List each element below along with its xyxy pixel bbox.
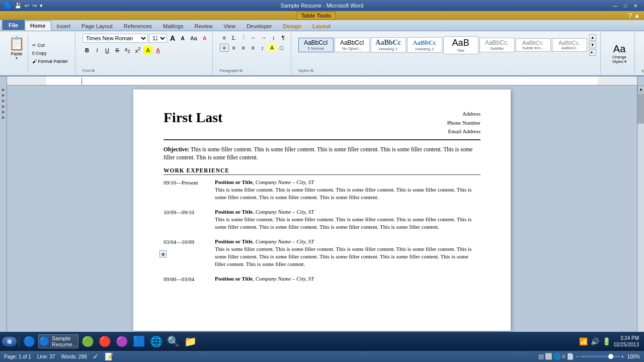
multilevel-button[interactable]: ⋮ (239, 33, 249, 42)
grow-font-button[interactable]: A (168, 33, 177, 43)
tab-design[interactable]: Design (277, 21, 307, 31)
outline-button[interactable]: ≡ (562, 353, 566, 360)
show-marks-button[interactable]: ¶ (279, 34, 288, 42)
taskbar-word-icon[interactable]: 🔵 (21, 334, 37, 348)
zoom-out-button[interactable]: − (576, 354, 579, 359)
customize-button[interactable]: ▾ (39, 2, 44, 10)
line-spacing-button[interactable]: ↕ (258, 44, 267, 52)
taskbar-files-icon[interactable]: 📁 (182, 334, 198, 348)
align-right-button[interactable]: ≡ (239, 44, 248, 52)
bold-button[interactable]: B (83, 46, 92, 54)
left-panel-icon-5[interactable]: ▶ (2, 110, 5, 114)
styles-dialog-launcher[interactable]: ⧉ (310, 68, 313, 73)
bullets-button[interactable]: ≡ (220, 34, 229, 42)
full-screen-button[interactable]: ⬜ (545, 353, 552, 360)
web-layout-button[interactable]: 🌐 (553, 353, 561, 360)
style-heading1[interactable]: AaBbCc Heading 1 (371, 37, 406, 53)
format-painter-button[interactable]: 🖌 Format Painter (30, 58, 70, 65)
save-button[interactable]: 💾 (14, 2, 23, 10)
copy-button[interactable]: ⎘ Copy (30, 50, 70, 57)
text-highlight-button[interactable]: A (143, 46, 152, 54)
scrollbar-track[interactable] (637, 93, 644, 344)
shading-button[interactable]: A (268, 44, 277, 52)
numbering-button[interactable]: 1. (229, 34, 238, 42)
taskbar-excel-icon[interactable]: 🟢 (79, 334, 96, 348)
table-move-handle[interactable]: ⊕ (159, 250, 167, 257)
scrollbar-thumb[interactable] (637, 94, 644, 124)
clock[interactable]: 3:24 PM 02/25/2013 (614, 335, 639, 348)
tray-network-icon[interactable]: 📶 (579, 337, 588, 345)
styles-up-button[interactable]: ▲ (589, 34, 596, 41)
tab-home[interactable]: Home (25, 21, 51, 31)
select-button[interactable]: ↖ Select ▾ (642, 50, 644, 58)
style-title[interactable]: AaB Title (443, 36, 478, 54)
decrease-indent-button[interactable]: ← (249, 34, 259, 42)
left-panel-icon-3[interactable]: ▶ (2, 99, 5, 103)
font-family-select[interactable]: Times New Roman (83, 34, 148, 43)
change-case-button[interactable]: Aa (188, 34, 199, 42)
increase-indent-button[interactable]: → (259, 34, 269, 42)
style-subtle-reference[interactable]: AaBbCc. AaBbCc. (552, 38, 587, 52)
clear-formatting-button[interactable]: A (200, 34, 209, 42)
tab-insert[interactable]: Insert (51, 21, 76, 31)
style-heading2[interactable]: AaBbCc Heading 2 (407, 37, 442, 53)
draft-button[interactable]: 📄 (567, 353, 574, 360)
paragraph-dialog-launcher[interactable]: ⧉ (239, 68, 243, 73)
scroll-up-button[interactable]: ▲ (637, 85, 644, 93)
tab-layout[interactable]: Layout (307, 21, 336, 31)
zoom-thumb[interactable] (608, 354, 613, 359)
styles-scroll[interactable]: ▲ ▼ ▾ (588, 33, 597, 57)
font-dialog-launcher[interactable]: ⧉ (92, 68, 95, 73)
tray-battery-icon[interactable]: 🔋 (602, 337, 611, 345)
window-controls[interactable]: — □ ✕ (611, 2, 640, 10)
sort-button[interactable]: ↕ (269, 34, 278, 42)
taskbar-icon-3[interactable]: 🔴 (97, 334, 113, 348)
find-button[interactable]: 🔍 Find ▾ (642, 33, 644, 41)
subscript-button[interactable]: x2 (123, 45, 132, 55)
start-button[interactable]: ⊞ (2, 337, 17, 346)
shrink-font-button[interactable]: A (178, 35, 187, 42)
justify-button[interactable]: ≡ (249, 44, 258, 52)
taskbar-icon-5[interactable]: 🟦 (131, 334, 147, 348)
redo-button[interactable]: ↪ (31, 2, 38, 10)
quick-access-toolbar[interactable]: 🔵 💾 ↩ ↪ ▾ (4, 2, 44, 10)
taskbar-search-icon[interactable]: 🔍 (165, 334, 181, 348)
superscript-button[interactable]: x2 (133, 45, 143, 55)
left-panel-icon-2[interactable]: ▶ (2, 93, 5, 98)
taskbar-browser-icon[interactable]: 🌐 (148, 334, 164, 348)
style-no-spacing[interactable]: AaBbCcI No Spaci... (335, 38, 370, 52)
ruler[interactable] (7, 76, 637, 85)
zoom-control[interactable]: − + 100% (576, 354, 640, 359)
zoom-slider[interactable] (580, 355, 620, 357)
tab-view[interactable]: View (218, 21, 242, 31)
style-subtitle[interactable]: AaBbCc. Subtitle (479, 38, 515, 52)
paste-button[interactable]: 📋 Paste ▾ (5, 33, 28, 73)
styles-more-button[interactable]: ▾ (589, 49, 596, 56)
left-panel-icon-4[interactable]: ▶ (2, 104, 5, 109)
track-changes-icon[interactable]: 📝 (105, 352, 113, 360)
font-color-button[interactable]: A (153, 46, 163, 54)
left-panel-icon-6[interactable]: ▶ (2, 115, 5, 120)
close-button[interactable]: ✕ (631, 2, 640, 10)
cut-button[interactable]: ✂ Cut (30, 42, 70, 49)
border-button[interactable]: □ (277, 44, 286, 52)
left-panel-icon-1[interactable]: ▶ (2, 87, 5, 92)
strikethrough-button[interactable]: S (113, 46, 122, 54)
style-subtle-emphasis[interactable]: AaBbCc. Subtle Em... (516, 38, 551, 52)
help-icon[interactable]: ? (628, 12, 632, 20)
tray-volume-icon[interactable]: 🔊 (591, 337, 599, 345)
taskbar-icon-4[interactable]: 🟣 (114, 334, 130, 348)
align-left-button[interactable]: ≡ (220, 44, 229, 52)
ribbon-toggle[interactable]: ▲ (634, 12, 640, 19)
font-size-select[interactable]: 12 (149, 34, 167, 43)
replace-button[interactable]: ⇄ Replace (642, 42, 644, 50)
spell-check-icon[interactable]: ✓ (93, 352, 99, 360)
styles-down-button[interactable]: ▼ (589, 42, 596, 48)
minimize-button[interactable]: — (611, 2, 620, 10)
tab-mailings[interactable]: Mailings (157, 21, 189, 31)
change-styles-button[interactable]: Aa ChangeStyles ▾ (609, 41, 630, 66)
italic-button[interactable]: I (93, 46, 102, 54)
undo-button[interactable]: ↩ (24, 2, 30, 10)
document-page[interactable]: ⊕ First Last Address Phone Number Email … (133, 89, 511, 331)
tab-developer[interactable]: Developer (241, 21, 277, 31)
